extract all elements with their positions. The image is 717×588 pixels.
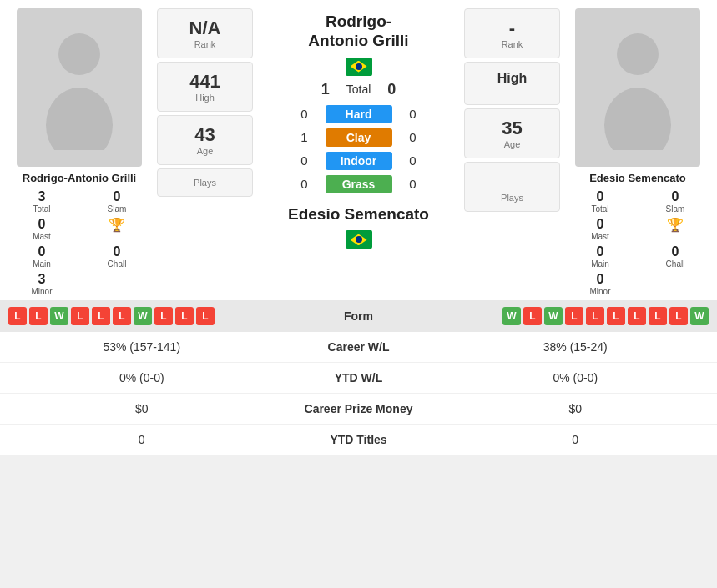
player2-flag-row: [260, 230, 457, 249]
player2-main-label: Main: [591, 259, 609, 269]
player1-avatar: [17, 8, 142, 167]
center-column: Rodrigo-Antonio Grilli 1 Total 0 0 Hard …: [260, 8, 457, 296]
player2-minor-cell: 0 Minor: [567, 272, 634, 296]
player1-rank-label: Rank: [162, 39, 248, 49]
player1-age-box: 43 Age: [157, 115, 253, 165]
prize-left: $0: [8, 402, 275, 415]
form-badge-W: W: [502, 307, 521, 325]
player2-rank-val: -: [469, 18, 555, 39]
player2-mast-label: Mast: [591, 232, 609, 241]
player1-form: LLWLLLWLLL: [8, 307, 305, 325]
player2-slam-label: Slam: [666, 204, 685, 214]
player2-flag-diamond: [351, 234, 367, 245]
player1-flag-diamond: [351, 61, 367, 73]
hard-score-right: 0: [405, 107, 422, 121]
hard-score-left: 0: [296, 107, 313, 121]
top-section: Rodrigo-Antonio Grilli 3 Total 0 Slam 0 …: [0, 0, 717, 300]
player1-main-cell: 0 Main: [8, 244, 75, 269]
player1-high-label: High: [162, 93, 248, 103]
ytd-wl-label: YTD W/L: [275, 371, 442, 384]
player2-flag-circle: [356, 236, 362, 243]
player1-age-val: 43: [162, 124, 248, 146]
svg-point-2: [617, 33, 659, 75]
player1-rank-val: N/A: [162, 18, 248, 39]
player1-slam-label: Slam: [108, 204, 127, 214]
player1-total-value: 3: [38, 189, 46, 204]
player2-chall-value: 0: [672, 244, 679, 259]
clay-score-right: 0: [405, 130, 422, 144]
clay-badge: Clay: [326, 128, 392, 147]
player1-trophy-cell: 🏆: [83, 217, 150, 241]
player2-total-value: 0: [597, 189, 604, 204]
player1-stats-boxes: N/A Rank 441 High 43 Age Plays: [157, 8, 253, 296]
form-badge-L: L: [29, 307, 48, 325]
clay-row: 1 Clay 0: [260, 128, 457, 147]
player1-rank-box: N/A Rank: [157, 8, 253, 58]
player2-name: Edesio Semencato: [589, 172, 686, 184]
player2-plays-val: [469, 171, 555, 193]
form-badge-W: W: [544, 307, 563, 325]
titles-left: 0: [8, 433, 275, 446]
player2-chall-cell: 0 Chall: [642, 244, 709, 269]
player1-mast-value: 0: [38, 217, 46, 232]
main-container: Rodrigo-Antonio Grilli 3 Total 0 Slam 0 …: [0, 0, 717, 455]
player2-mast-value: 0: [597, 217, 604, 232]
player1-minor-cell: 3 Minor: [8, 272, 75, 296]
ytd-wl-right: 0% (0-0): [442, 371, 709, 384]
ytd-wl-row: 0% (0-0) YTD W/L 0% (0-0): [0, 363, 717, 394]
player2-high-box: High: [464, 62, 560, 105]
player1-high-val: 441: [162, 71, 248, 93]
svg-point-3: [604, 88, 671, 150]
form-badge-L: L: [113, 307, 131, 325]
form-badge-L: L: [175, 307, 194, 325]
form-badge-L: L: [92, 307, 110, 325]
player2-mast-cell: 0 Mast: [567, 217, 634, 241]
prize-right: $0: [442, 402, 709, 415]
ytd-wl-left: 0% (0-0): [8, 371, 275, 384]
clay-score-left: 1: [296, 130, 313, 144]
grass-row: 0 Grass 0: [260, 175, 457, 193]
form-badge-L: L: [8, 307, 27, 325]
hard-row: 0 Hard 0: [260, 105, 457, 123]
player1-main-value: 0: [38, 244, 46, 259]
form-badge-L: L: [565, 307, 583, 325]
prize-row: $0 Career Prize Money $0: [0, 394, 717, 425]
player1-chall-label: Chall: [108, 259, 127, 269]
stats-rows: 53% (157-141) Career W/L 38% (15-24) 0% …: [0, 332, 717, 455]
titles-right: 0: [442, 433, 709, 446]
player2-slam-value: 0: [672, 189, 679, 204]
player1-slam-value: 0: [114, 189, 121, 204]
player1-total-cell: 3 Total: [8, 189, 75, 214]
form-badge-W: W: [134, 307, 152, 325]
prize-label: Career Prize Money: [275, 402, 442, 415]
player1-slam-cell: 0 Slam: [83, 189, 150, 214]
player2-main-cell: 0 Main: [567, 244, 634, 269]
player2-card: Edesio Semencato 0 Total 0 Slam 0 Mast 🏆: [567, 8, 709, 296]
grass-badge: Grass: [326, 175, 392, 193]
player1-flag-circle: [356, 63, 362, 70]
total-label: Total: [346, 83, 371, 96]
player2-plays-label: Plays: [469, 193, 555, 203]
form-badge-L: L: [669, 307, 688, 325]
player2-rank-box: - Rank: [464, 8, 560, 58]
total-row: 1 Total 0: [260, 81, 457, 98]
player2-avatar: [575, 8, 700, 167]
player2-stats-boxes: - Rank High 35 Age Plays: [464, 8, 560, 296]
player1-mast-label: Mast: [33, 232, 51, 241]
titles-label: YTD Titles: [275, 433, 442, 446]
player2-minor-label: Minor: [589, 287, 610, 296]
indoor-score-left: 0: [296, 153, 313, 168]
form-badge-L: L: [586, 307, 604, 325]
career-wl-left: 53% (157-141): [8, 340, 275, 354]
indoor-row: 0 Indoor 0: [260, 152, 457, 170]
player1-mast-cell: 0 Mast: [8, 217, 75, 241]
player2-plays-box: Plays: [464, 162, 560, 212]
player2-high-val: High: [469, 71, 555, 86]
player2-age-val: 35: [469, 118, 555, 139]
player1-high-box: 441 High: [157, 62, 253, 112]
form-badge-L: L: [196, 307, 215, 325]
form-badge-L: L: [628, 307, 646, 325]
player2-stats: 0 Total 0 Slam 0 Mast 🏆 0 Main: [567, 189, 709, 296]
player2-chall-label: Chall: [666, 259, 685, 269]
player2-trophy-cell: 🏆: [642, 217, 709, 241]
